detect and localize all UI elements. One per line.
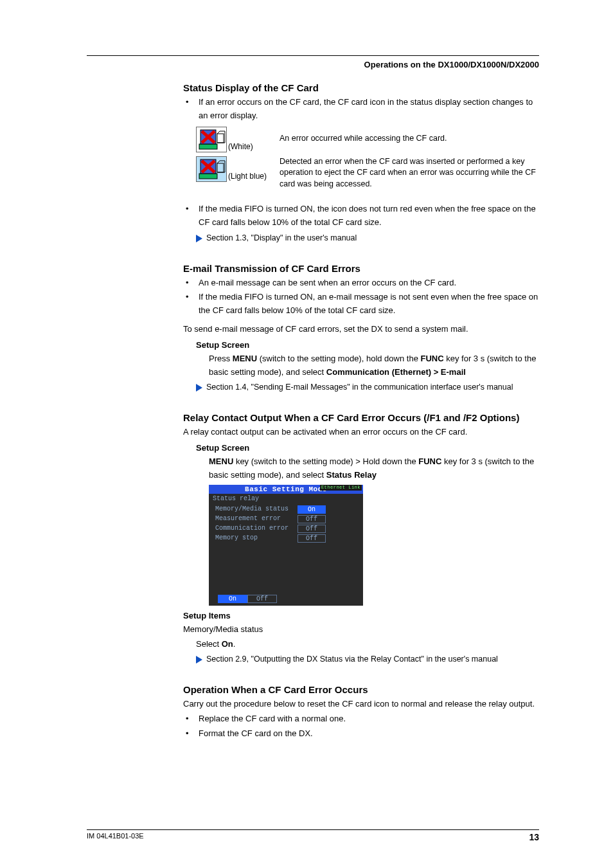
heading-relay-contact: Relay Contact Output When a CF Card Erro… xyxy=(183,412,539,423)
paragraph: To send e-mail message of CF card errors… xyxy=(183,323,539,336)
list-item: •Replace the CF card with a normal one. xyxy=(183,712,539,726)
page-footer: IM 04L41B01-03E 13 xyxy=(87,829,539,842)
list-item: •Format the CF card on the DX. xyxy=(183,727,539,741)
svg-rect-0 xyxy=(199,144,217,149)
paragraph: MENU key (switch to the setting mode) > … xyxy=(209,455,539,482)
screen-title: Basic Setting Mode Ethernet Link xyxy=(209,485,363,494)
heading-email-transmission: E-mail Transmission of CF Card Errors xyxy=(183,263,539,274)
screen-button-off: Off xyxy=(247,595,277,603)
paragraph: A relay contact output can be activated … xyxy=(183,426,539,439)
cf-icon-lightblue-row: (Light blue) Detected an error when the … xyxy=(196,156,539,190)
cf-error-icon-white xyxy=(196,127,227,152)
screen-row: Measurement errorOff xyxy=(215,514,357,524)
cross-reference: Section 1.3, "Display" in the user's man… xyxy=(196,233,539,242)
reference-arrow-icon xyxy=(196,235,202,242)
device-screenshot: Basic Setting Mode Ethernet Link Status … xyxy=(209,485,363,606)
heading-setup-screen: Setup Screen xyxy=(196,340,539,350)
list-item: • If the media FIFO is turned ON, the ic… xyxy=(183,203,539,230)
heading-status-display: Status Display of the CF Card xyxy=(183,82,539,93)
paragraph: Memory/Media status xyxy=(183,623,539,637)
icon-label-white: (White) xyxy=(228,142,253,152)
page-number: 13 xyxy=(529,832,539,842)
ethernet-indicator: Ethernet Link xyxy=(320,485,362,491)
icon-desc-lightblue: Detected an error when the CF card was i… xyxy=(280,156,539,190)
cross-reference: Section 1.4, "Sending E-mail Messages" i… xyxy=(196,383,539,392)
paragraph: Select On. xyxy=(196,638,539,651)
screen-subtitle: Status relay xyxy=(209,494,363,503)
list-item: •If the media FIFO is turned ON, an e-ma… xyxy=(183,291,539,318)
cf-error-icon-lightblue xyxy=(196,156,227,182)
list-item: •An e-mail message can be sent when an e… xyxy=(183,276,539,290)
screen-button-on: On xyxy=(218,595,247,603)
list-item: • If an error occurs on the CF card, the… xyxy=(183,96,539,123)
cf-icon-white-row: (White) An error occurred while accessin… xyxy=(196,127,539,152)
heading-operation-error: Operation When a CF Card Error Occurs xyxy=(183,684,539,695)
page-header: Operations on the DX1000/DX1000N/DX2000 xyxy=(87,59,539,69)
document-id: IM 04L41B01-03E xyxy=(87,832,144,842)
paragraph: Carry out the procedure below to reset t… xyxy=(183,698,539,711)
icon-label-lightblue: (Light blue) xyxy=(228,172,267,182)
heading-setup-items: Setup Items xyxy=(183,611,539,620)
reference-arrow-icon xyxy=(196,384,202,392)
screen-row: Memory/Media statusOn xyxy=(215,505,357,514)
svg-rect-9 xyxy=(217,163,224,172)
paragraph: Press MENU (switch to the setting mode),… xyxy=(209,352,539,379)
icon-desc-white: An error occurred while accessing the CF… xyxy=(280,127,447,145)
screen-row: Memory stopOff xyxy=(215,534,357,543)
svg-rect-5 xyxy=(199,174,217,179)
cross-reference: Section 2.9, "Outputting the DX Status v… xyxy=(196,655,539,664)
reference-arrow-icon xyxy=(196,656,202,664)
screen-row: Communication errorOff xyxy=(215,524,357,534)
heading-setup-screen: Setup Screen xyxy=(196,443,539,453)
svg-rect-4 xyxy=(217,134,224,143)
